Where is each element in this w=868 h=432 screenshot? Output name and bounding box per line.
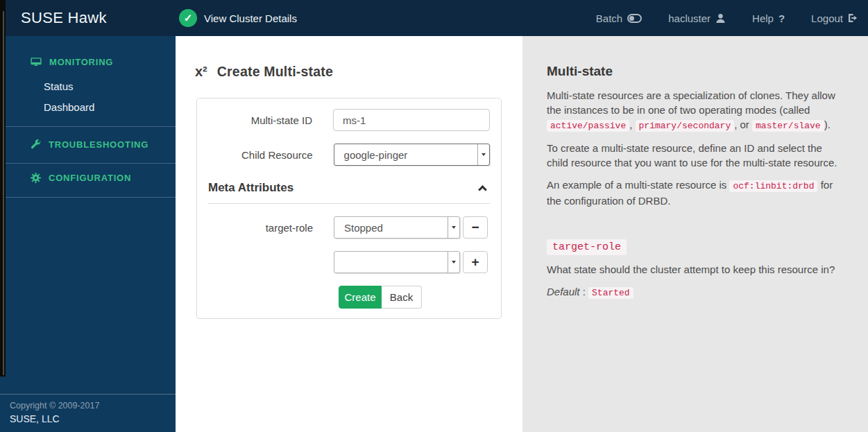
default-line: Default : Started bbox=[547, 284, 840, 300]
gear-icon bbox=[31, 173, 41, 183]
remove-attribute-button[interactable]: − bbox=[463, 216, 488, 239]
caret-down-icon bbox=[482, 153, 486, 156]
help-menu[interactable]: Help ? bbox=[752, 12, 785, 24]
sidebar-section-configuration[interactable]: CONFIGURATION bbox=[0, 171, 176, 184]
help-text: , bbox=[629, 119, 635, 130]
sidebar: MONITORING Status Dashboard TROUBLESHOOT… bbox=[0, 36, 176, 432]
code-master-slave: master/slave bbox=[752, 120, 824, 132]
monitor-icon bbox=[31, 58, 42, 67]
window-edge-strip bbox=[0, 0, 6, 377]
hawk-app: SUSE Hawk ✓ View Cluster Details Batch h… bbox=[0, 0, 868, 432]
help-paragraph-3: An example of a multi-state resource is … bbox=[547, 178, 840, 208]
company-name: SUSE, LLC bbox=[10, 413, 60, 424]
target-role-row: target-role Stopped − bbox=[208, 216, 490, 239]
sidebar-item-status[interactable]: Status bbox=[0, 80, 176, 94]
window-edge-scrollbar bbox=[3, 11, 4, 375]
multi-state-id-row: Multi-state ID bbox=[208, 109, 490, 131]
help-paragraph-2: To create a multi-state resource, define… bbox=[547, 141, 840, 170]
target-role-help-block: target-role What state should the cluste… bbox=[547, 240, 840, 300]
help-text: , or bbox=[734, 119, 752, 130]
multi-state-icon: x² bbox=[195, 64, 207, 80]
new-attribute-select[interactable] bbox=[334, 251, 460, 273]
header-nav: Batch hacluster Help ? Logout bbox=[596, 0, 858, 36]
copyright-text: Copyright © 2009-2017 bbox=[10, 401, 99, 411]
batch-toggle-icon bbox=[627, 14, 642, 23]
create-multi-state-form: Multi-state ID Child Resource google-pin… bbox=[196, 98, 502, 319]
meta-attributes-header[interactable]: Meta Attributes bbox=[208, 178, 490, 204]
sidebar-divider bbox=[0, 163, 176, 164]
caret-down-icon bbox=[452, 226, 456, 229]
multi-state-id-input[interactable] bbox=[333, 109, 490, 131]
page-title-text: Create Multi-state bbox=[217, 64, 333, 80]
sidebar-troubleshooting-label: TROUBLESHOOTING bbox=[49, 139, 148, 150]
back-button[interactable]: Back bbox=[382, 286, 422, 309]
question-icon: ? bbox=[778, 12, 785, 24]
username-label: hacluster bbox=[668, 12, 710, 24]
wrench-icon bbox=[31, 139, 41, 150]
top-bar: SUSE Hawk ✓ View Cluster Details Batch h… bbox=[0, 0, 868, 36]
sidebar-divider bbox=[0, 197, 176, 198]
help-label: Help bbox=[752, 12, 774, 24]
batch-label: Batch bbox=[596, 12, 622, 24]
default-label: Default bbox=[547, 286, 580, 297]
sidebar-divider bbox=[0, 126, 176, 127]
new-attribute-row: + bbox=[208, 251, 490, 273]
caret-down-icon bbox=[452, 261, 456, 263]
sidebar-section-troubleshooting[interactable]: TROUBLESHOOTING bbox=[0, 137, 176, 151]
help-text: Multi-state resources are a specializati… bbox=[547, 89, 835, 116]
sign-out-icon bbox=[848, 13, 858, 23]
page-title: x² Create Multi-state bbox=[195, 64, 522, 80]
target-role-selected-value: Stopped bbox=[344, 222, 383, 234]
view-cluster-details-label: View Cluster Details bbox=[204, 12, 297, 24]
help-title: Multi-state bbox=[547, 64, 840, 79]
sidebar-footer-divider bbox=[0, 394, 176, 395]
code-active-passive: active/passive bbox=[547, 120, 629, 132]
brand-logo: SUSE Hawk bbox=[21, 9, 107, 27]
help-panel: Multi-state Multi-state resources are a … bbox=[522, 36, 868, 432]
user-menu[interactable]: hacluster bbox=[668, 12, 726, 24]
logout-label: Logout bbox=[811, 12, 843, 24]
sidebar-section-monitoring[interactable]: MONITORING bbox=[0, 55, 176, 69]
logout-button[interactable]: Logout bbox=[811, 12, 858, 24]
help-text: ). bbox=[824, 119, 831, 130]
meta-attributes-title: Meta Attributes bbox=[208, 181, 293, 195]
chevron-up-icon bbox=[478, 185, 487, 194]
code-ocf-linbit-drbd: ocf:linbit:drbd bbox=[729, 180, 817, 192]
target-role-select[interactable]: Stopped bbox=[334, 216, 460, 239]
select-caret-box bbox=[448, 252, 459, 273]
default-separator: : bbox=[580, 286, 589, 297]
multi-state-id-label: Multi-state ID bbox=[208, 114, 312, 126]
batch-button[interactable]: Batch bbox=[596, 12, 642, 24]
form-actions: Create Back bbox=[339, 286, 490, 309]
cluster-status-check-icon: ✓ bbox=[179, 9, 197, 27]
sidebar-item-dashboard[interactable]: Dashboard bbox=[0, 101, 176, 114]
help-text: An example of a multi-state resource is bbox=[547, 179, 729, 191]
target-role-description: What state should the cluster attempt to… bbox=[547, 262, 840, 277]
code-primary-secondary: primary/secondary bbox=[636, 120, 735, 132]
user-icon bbox=[715, 13, 726, 24]
view-cluster-details-link[interactable]: ✓ View Cluster Details bbox=[179, 9, 297, 27]
child-resource-label: Child Resource bbox=[208, 149, 313, 161]
child-resource-row: Child Resource google-pinger bbox=[208, 144, 490, 166]
help-paragraph-1: Multi-state resources are a specializati… bbox=[547, 88, 840, 133]
target-role-label: target-role bbox=[208, 222, 313, 234]
add-attribute-button[interactable]: + bbox=[463, 251, 488, 273]
select-caret-box bbox=[448, 217, 459, 238]
child-resource-select[interactable]: google-pinger bbox=[334, 144, 490, 166]
code-started: Started bbox=[588, 287, 633, 299]
sidebar-monitoring-label: MONITORING bbox=[49, 57, 113, 67]
create-button[interactable]: Create bbox=[339, 286, 382, 309]
main-content: x² Create Multi-state Multi-state ID Chi… bbox=[176, 36, 522, 432]
child-resource-selected-value: google-pinger bbox=[344, 149, 408, 161]
code-target-role: target-role bbox=[547, 239, 627, 255]
sidebar-configuration-label: CONFIGURATION bbox=[49, 173, 131, 183]
select-caret-box bbox=[477, 144, 489, 165]
